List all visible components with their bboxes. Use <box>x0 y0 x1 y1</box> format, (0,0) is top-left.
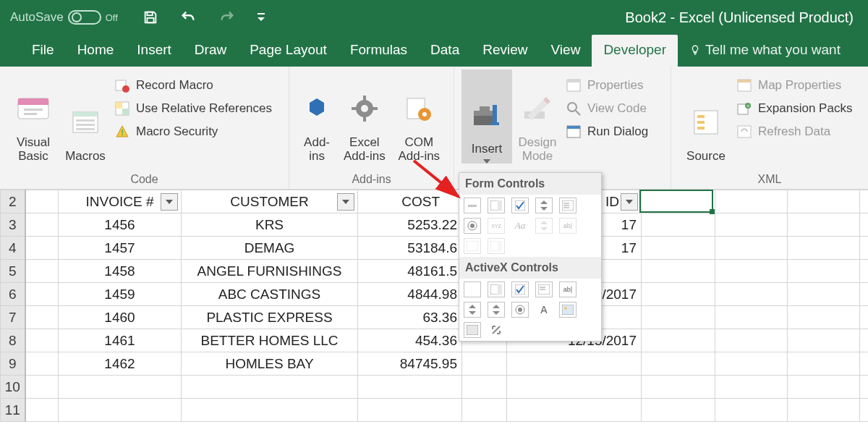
ax-morecontrols-control[interactable] <box>488 322 505 338</box>
cell[interactable] <box>642 283 715 306</box>
form-option-control[interactable] <box>464 218 481 234</box>
map-properties-button[interactable]: Map Properties <box>733 74 855 97</box>
expansion-packs-button[interactable]: + Expansion Packs <box>733 97 855 120</box>
form-listbox-control[interactable] <box>559 198 576 213</box>
insert-controls-button[interactable]: Insert <box>461 69 512 164</box>
cell-paid[interactable] <box>507 352 642 376</box>
cell[interactable] <box>860 352 869 376</box>
cell[interactable] <box>462 376 507 399</box>
cell[interactable] <box>642 399 715 422</box>
form-checkbox-control[interactable] <box>511 198 529 213</box>
ax-commandbutton-control[interactable] <box>464 281 481 297</box>
cell[interactable] <box>715 329 788 352</box>
ax-listbox-control[interactable] <box>535 281 553 297</box>
cell[interactable] <box>25 399 59 422</box>
form-textfield-control[interactable]: ab| <box>559 218 576 234</box>
row-header[interactable]: 10 <box>1 376 25 399</box>
row-header[interactable]: 7 <box>1 306 25 329</box>
row-header[interactable]: 6 <box>1 283 25 306</box>
use-relative-refs-button[interactable]: Use Relative References <box>111 97 275 120</box>
cell[interactable] <box>642 306 715 329</box>
tab-data[interactable]: Data <box>419 35 471 67</box>
cell[interactable] <box>715 352 788 376</box>
cell[interactable] <box>642 260 715 283</box>
cell[interactable] <box>715 306 788 329</box>
tell-me-search[interactable]: Tell me what you want <box>678 35 852 67</box>
cell[interactable] <box>25 306 59 329</box>
tab-view[interactable]: View <box>540 35 592 67</box>
form-spinner-control[interactable] <box>535 198 553 213</box>
cell[interactable] <box>788 213 860 237</box>
ax-label-control[interactable]: A <box>535 302 553 318</box>
row-header[interactable]: 11 <box>1 399 25 422</box>
cell-cost[interactable]: 4844.98 <box>358 283 462 306</box>
cell[interactable] <box>59 376 182 399</box>
tab-page-layout[interactable]: Page Layout <box>238 35 339 67</box>
form-scrollbar-control[interactable] <box>535 218 553 234</box>
cell[interactable] <box>462 352 507 376</box>
cell-invoice[interactable]: 1457 <box>59 237 182 260</box>
save-icon[interactable] <box>142 9 158 25</box>
macros-button[interactable]: Macros <box>59 69 111 164</box>
cell[interactable] <box>182 399 358 422</box>
cell[interactable] <box>25 213 59 237</box>
visual-basic-button[interactable]: Visual Basic <box>7 69 59 164</box>
cell[interactable] <box>788 283 860 306</box>
ax-checkbox-control[interactable] <box>511 281 529 297</box>
cell-cost[interactable]: 63.36 <box>358 306 462 329</box>
cell[interactable] <box>860 306 869 329</box>
cell[interactable] <box>642 376 715 399</box>
ax-combobox-control[interactable] <box>488 281 505 297</box>
tab-developer[interactable]: Developer <box>592 35 678 67</box>
row-header[interactable]: 9 <box>1 352 25 376</box>
cell[interactable] <box>25 329 59 352</box>
refresh-data-button[interactable]: Refresh Data <box>733 120 855 143</box>
cell[interactable] <box>860 283 869 306</box>
design-mode-button[interactable]: Design Mode <box>512 69 563 164</box>
header-invoice[interactable]: INVOICE # <box>59 190 182 213</box>
header-customer[interactable]: CUSTOMER <box>182 190 358 213</box>
cell[interactable] <box>788 237 860 260</box>
autosave-toggle[interactable]: AutoSave Off <box>10 10 118 25</box>
cell-cost[interactable]: 53184.6 <box>358 237 462 260</box>
tab-home[interactable]: Home <box>66 35 126 67</box>
cell[interactable] <box>860 260 869 283</box>
cell[interactable] <box>25 237 59 260</box>
row-header[interactable]: 2 <box>1 190 25 213</box>
header-cost[interactable]: COST <box>358 190 462 213</box>
cell-invoice[interactable]: 1462 <box>59 352 182 376</box>
cell[interactable] <box>788 399 860 422</box>
cell-cost[interactable]: 48161.5 <box>358 260 462 283</box>
ax-spinbutton-control[interactable] <box>488 302 505 318</box>
cell-customer[interactable]: ANGEL FURNISHINGS <box>182 260 358 283</box>
properties-button[interactable]: Properties <box>563 74 651 97</box>
cell-invoice[interactable]: 1458 <box>59 260 182 283</box>
cell-invoice[interactable]: 1461 <box>59 329 182 352</box>
cell-invoice[interactable]: 1456 <box>59 213 182 237</box>
cell-cost[interactable]: 5253.22 <box>358 213 462 237</box>
cell-customer[interactable]: HOMLES BAY <box>182 352 358 376</box>
cell[interactable] <box>462 399 507 422</box>
ax-textbox-control[interactable]: ab| <box>559 281 576 297</box>
tab-draw[interactable]: Draw <box>183 35 238 67</box>
cell-invoice[interactable]: 1459 <box>59 283 182 306</box>
macro-security-button[interactable]: Macro Security <box>111 120 275 143</box>
qat-customize-icon[interactable] <box>257 12 265 22</box>
cell[interactable] <box>860 376 869 399</box>
cell[interactable] <box>860 399 869 422</box>
filter-button[interactable] <box>337 193 354 211</box>
filter-button[interactable] <box>161 193 178 211</box>
ax-image-control[interactable] <box>559 302 576 318</box>
cell[interactable] <box>788 260 860 283</box>
cell[interactable] <box>788 352 860 376</box>
cell[interactable] <box>715 399 788 422</box>
tab-formulas[interactable]: Formulas <box>339 35 419 67</box>
cell-customer[interactable]: DEMAG <box>182 237 358 260</box>
ax-togglebutton-control[interactable] <box>464 322 481 338</box>
cell[interactable] <box>860 237 869 260</box>
cell-customer[interactable]: BETTER HOMES LLC <box>182 329 358 352</box>
view-code-button[interactable]: View Code <box>563 97 651 120</box>
cell[interactable] <box>25 352 59 376</box>
row-header[interactable]: 3 <box>1 213 25 237</box>
cell[interactable] <box>715 376 788 399</box>
